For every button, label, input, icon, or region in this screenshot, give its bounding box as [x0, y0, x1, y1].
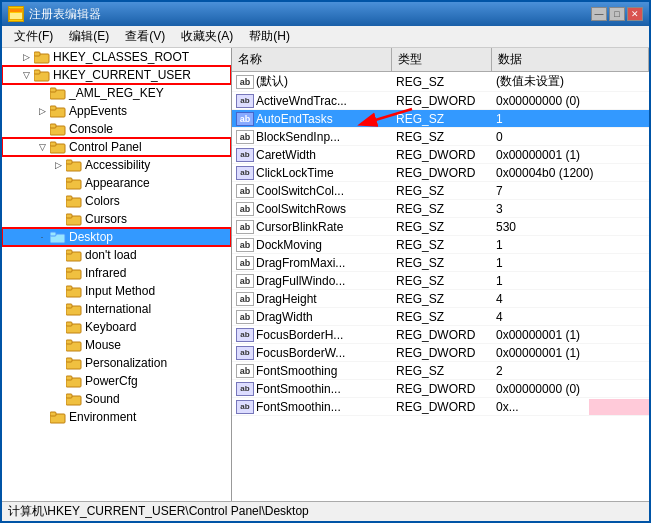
cell-name-4: ab CaretWidth	[232, 147, 392, 163]
icon-ab-11: ab	[236, 274, 254, 288]
expander-aml[interactable]: ·	[34, 85, 50, 101]
list-row-autoendtasks[interactable]: ab AutoEndTasks REG_SZ 1	[232, 110, 649, 128]
list-row[interactable]: ab ActiveWndTrac... REG_DWORD 0x00000000…	[232, 92, 649, 110]
tree-node-aml-reg-key[interactable]: · _AML_REG_KEY	[2, 84, 231, 102]
list-row[interactable]: ab BlockSendInp... REG_SZ 0	[232, 128, 649, 146]
expander-colors[interactable]: ·	[50, 193, 66, 209]
menu-favorites[interactable]: 收藏夹(A)	[173, 26, 241, 47]
expander-console[interactable]: ·	[34, 121, 50, 137]
folder-icon-cursors	[66, 212, 82, 226]
title-bar-left: 注册表编辑器	[8, 6, 101, 23]
svg-rect-34	[66, 322, 72, 326]
folder-icon-dontload	[66, 248, 82, 262]
tree-node-console[interactable]: · Console	[2, 120, 231, 138]
list-body[interactable]: ab (默认) REG_SZ (数值未设置) ab ActiveWndTrac.…	[232, 72, 649, 501]
svg-rect-8	[50, 88, 56, 92]
tree-node-personalization[interactable]: · Personalization	[2, 354, 231, 372]
cell-type-15: REG_DWORD	[392, 345, 492, 361]
tree-node-mouse[interactable]: · Mouse	[2, 336, 231, 354]
cell-data-17: 0x00000000 (0)	[492, 381, 649, 397]
list-row[interactable]: ab CoolSwitchCol... REG_SZ 7	[232, 182, 649, 200]
label-powercfg: PowerCfg	[85, 374, 138, 388]
list-row[interactable]: ab FontSmoothin... REG_DWORD 0x00000000 …	[232, 380, 649, 398]
list-row[interactable]: ab DragWidth REG_SZ 4	[232, 308, 649, 326]
tree-node-accessibility[interactable]: ▷ Accessibility	[2, 156, 231, 174]
tree-node-environment[interactable]: · Environment	[2, 408, 231, 426]
cell-type-7: REG_SZ	[392, 201, 492, 217]
expander-dontload[interactable]: ·	[50, 247, 66, 263]
tree-node-dontload[interactable]: · don't load	[2, 246, 231, 264]
tree-node-cursors[interactable]: · Cursors	[2, 210, 231, 228]
list-row[interactable]: ab DockMoving REG_SZ 1	[232, 236, 649, 254]
col-header-data[interactable]: 数据	[492, 48, 649, 71]
expander-hkey-current-user[interactable]: ▽	[18, 67, 34, 83]
col-header-name[interactable]: 名称	[232, 48, 392, 71]
expander-accessibility[interactable]: ▷	[50, 157, 66, 173]
tree-node-hkey-classes-root[interactable]: ▷ HKEY_CLASSES_ROOT	[2, 48, 231, 66]
minimize-button[interactable]: —	[591, 7, 607, 21]
cell-type-9: REG_SZ	[392, 237, 492, 253]
icon-ab-0: ab	[236, 75, 254, 89]
cell-data-13: 4	[492, 309, 649, 325]
expander-appearance[interactable]: ·	[50, 175, 66, 191]
cell-data-6: 7	[492, 183, 649, 199]
tree-node-appevents[interactable]: ▷ AppEvents	[2, 102, 231, 120]
col-header-type[interactable]: 类型	[392, 48, 492, 71]
label-keyboard: Keyboard	[85, 320, 136, 334]
tree-node-hkey-current-user[interactable]: ▽ HKEY_CURRENT_USER	[2, 66, 231, 84]
expander-powercfg[interactable]: ·	[50, 373, 66, 389]
expander-desktop[interactable]: ·	[34, 229, 50, 245]
expander-sound[interactable]: ·	[50, 391, 66, 407]
expander-control-panel[interactable]: ▽	[34, 139, 50, 155]
list-row[interactable]: ab CoolSwitchRows REG_SZ 3	[232, 200, 649, 218]
list-row[interactable]: ab DragFromMaxi... REG_SZ 1	[232, 254, 649, 272]
status-text: 计算机\HKEY_CURRENT_USER\Control Panel\Desk…	[8, 503, 309, 520]
list-row[interactable]: ab FocusBorderH... REG_DWORD 0x00000001 …	[232, 326, 649, 344]
tree-node-powercfg[interactable]: · PowerCfg	[2, 372, 231, 390]
list-row[interactable]: ab CaretWidth REG_DWORD 0x00000001 (1)	[232, 146, 649, 164]
right-panel: 名称 类型 数据 ab (默认) REG_SZ (数值未设置)	[232, 48, 649, 501]
tree-node-desktop[interactable]: · Desktop	[2, 228, 231, 246]
svg-rect-32	[66, 304, 72, 308]
list-row[interactable]: ab FocusBorderW... REG_DWORD 0x00000001 …	[232, 344, 649, 362]
tree-node-control-panel[interactable]: ▽ Control Panel	[2, 138, 231, 156]
expander-environment[interactable]: ·	[34, 409, 50, 425]
cell-data-15: 0x00000001 (1)	[492, 345, 649, 361]
expander-infrared[interactable]: ·	[50, 265, 66, 281]
maximize-button[interactable]: □	[609, 7, 625, 21]
list-row[interactable]: ab (默认) REG_SZ (数值未设置)	[232, 72, 649, 92]
expander-hkey-classes-root[interactable]: ▷	[18, 49, 34, 65]
close-button[interactable]: ✕	[627, 7, 643, 21]
expander-keyboard[interactable]: ·	[50, 319, 66, 335]
svg-rect-6	[34, 70, 40, 74]
folder-icon-environment	[50, 410, 66, 424]
tree-node-input-method[interactable]: · Input Method	[2, 282, 231, 300]
list-row[interactable]: ab ClickLockTime REG_DWORD 0x00004b0 (12…	[232, 164, 649, 182]
tree-node-infrared[interactable]: · Infrared	[2, 264, 231, 282]
tree-node-sound[interactable]: · Sound	[2, 390, 231, 408]
tree-panel[interactable]: ▷ HKEY_CLASSES_ROOT ▽ HKEY_CURRENT_USER	[2, 48, 232, 501]
cell-data-12: 4	[492, 291, 649, 307]
label-infrared: Infrared	[85, 266, 126, 280]
list-row[interactable]: ab CursorBlinkRate REG_SZ 530	[232, 218, 649, 236]
expander-appevents[interactable]: ▷	[34, 103, 50, 119]
list-row[interactable]: ab DragFullWindo... REG_SZ 1	[232, 272, 649, 290]
icon-dword-4: ab	[236, 148, 254, 162]
tree-node-appearance[interactable]: · Appearance	[2, 174, 231, 192]
expander-personalization[interactable]: ·	[50, 355, 66, 371]
expander-cursors[interactable]: ·	[50, 211, 66, 227]
tree-node-colors[interactable]: · Colors	[2, 192, 231, 210]
expander-mouse[interactable]: ·	[50, 337, 66, 353]
tree-node-international[interactable]: · International	[2, 300, 231, 318]
menu-help[interactable]: 帮助(H)	[241, 26, 298, 47]
svg-rect-44	[50, 412, 56, 416]
list-row[interactable]: ab FontSmoothing REG_SZ 2	[232, 362, 649, 380]
tree-node-keyboard[interactable]: · Keyboard	[2, 318, 231, 336]
list-row[interactable]: ab DragHeight REG_SZ 4	[232, 290, 649, 308]
expander-international[interactable]: ·	[50, 301, 66, 317]
list-row[interactable]: ab FontSmoothin... REG_DWORD 0x...	[232, 398, 649, 416]
menu-view[interactable]: 查看(V)	[117, 26, 173, 47]
menu-file[interactable]: 文件(F)	[6, 26, 61, 47]
expander-input-method[interactable]: ·	[50, 283, 66, 299]
menu-edit[interactable]: 编辑(E)	[61, 26, 117, 47]
